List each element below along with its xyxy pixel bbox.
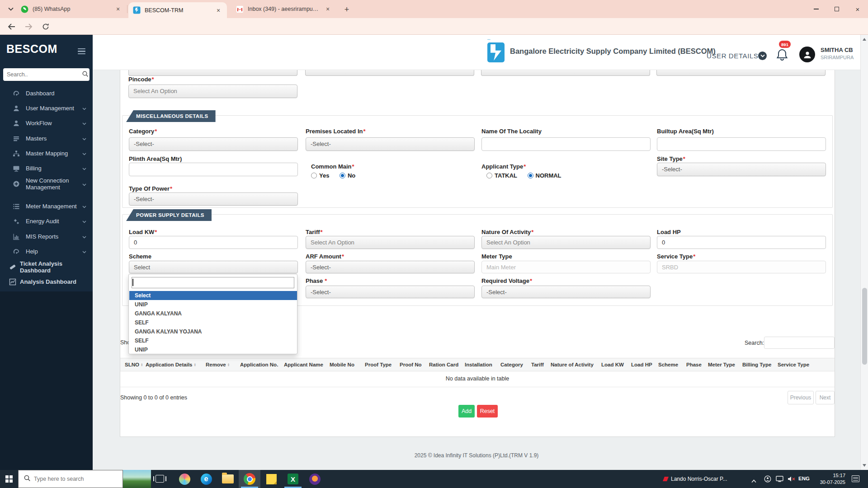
tab-whatsapp[interactable]: (85) WhatsApp × — [16, 0, 127, 18]
sidebar-item-dashboard[interactable]: Dashboard — [0, 86, 93, 101]
table-search-input[interactable] — [764, 337, 835, 349]
sidebar-item-workflow[interactable]: WorkFlow — [0, 116, 93, 131]
builtup-area-input[interactable] — [657, 137, 826, 151]
scheme-option[interactable]: Select — [129, 291, 297, 300]
sidebar-item-user-management[interactable]: User Management — [0, 101, 93, 116]
task-view-icon[interactable] — [156, 475, 164, 483]
user-details-menu[interactable]: USER DETAILS — [707, 52, 758, 60]
taskbar-app-explorer[interactable] — [217, 470, 239, 488]
site-type-select[interactable]: -Select- — [657, 163, 826, 176]
load-hp-input[interactable] — [657, 236, 826, 249]
tray-person-icon[interactable] — [764, 475, 771, 484]
truncated-select[interactable] — [128, 70, 297, 76]
column-header-application-details[interactable]: Application Details▲▼ — [146, 362, 206, 367]
sidebar-item-ticket-analysis-dashboard[interactable]: Ticket Analysis Dashboard — [0, 259, 93, 274]
premises-located-in-select[interactable]: -Select- — [306, 137, 475, 151]
sidebar-search[interactable] — [3, 68, 90, 81]
common-main-no-radio[interactable] — [340, 173, 345, 178]
truncated-select[interactable] — [305, 70, 474, 76]
taskbar-clock[interactable]: 15:17 30-07-2025 — [813, 472, 845, 486]
tray-expand-icon[interactable] — [751, 477, 756, 485]
sidebar-item-master-mapping[interactable]: Master Mapping — [0, 146, 93, 161]
action-center-icon[interactable] — [852, 475, 859, 482]
column-header[interactable]: Load KW — [601, 362, 631, 367]
truncated-select[interactable] — [656, 70, 826, 76]
scheme-option[interactable]: GANGA KALYAN YOJANA — [129, 327, 297, 336]
tariff-select[interactable]: Select An Option — [306, 236, 475, 249]
scheme-option[interactable]: GANGA KALYANA — [129, 309, 297, 318]
column-header[interactable]: Proof Type — [365, 362, 400, 367]
scheme-option[interactable]: UNIP — [129, 300, 297, 309]
taskbar-search-input[interactable] — [34, 476, 123, 482]
back-icon[interactable] — [5, 20, 18, 33]
common-main-yes-radio[interactable] — [311, 173, 317, 178]
sidebar-item-help[interactable]: Help — [0, 244, 93, 259]
reset-button[interactable]: Reset — [477, 405, 498, 418]
taskbar-app-paint[interactable] — [174, 470, 195, 488]
sidebar-item-mis-reports[interactable]: MIS Reports — [0, 229, 93, 244]
chevron-down-icon[interactable] — [758, 52, 767, 60]
column-header-remove[interactable]: Remove▲▼ — [206, 362, 240, 367]
scheme-select[interactable]: Select — [129, 261, 298, 273]
taskbar-search[interactable] — [18, 470, 123, 488]
load-kw-input[interactable] — [129, 236, 298, 249]
start-button[interactable] — [5, 475, 13, 483]
maximize-button[interactable] — [826, 0, 847, 18]
tab-gmail[interactable]: Inbox (349) - aeesrirampura@g × — [231, 0, 336, 18]
scheme-option[interactable]: SELF — [129, 318, 297, 327]
column-header[interactable]: Service Type — [778, 362, 805, 367]
locality-input[interactable] — [481, 137, 651, 151]
column-header[interactable]: Phase — [686, 362, 708, 367]
scheme-dropdown-search-input[interactable] — [132, 277, 294, 288]
sidebar-item-meter-management[interactable]: Meter Management — [0, 199, 93, 214]
column-header[interactable]: Proof No — [400, 362, 429, 367]
tab-bescom-trm[interactable]: BESCOM-TRM × — [128, 2, 227, 18]
taskbar-news-headline[interactable]: Lando Norris-Oscar P... — [671, 476, 743, 482]
forward-icon[interactable] — [22, 20, 35, 33]
weather-widget[interactable] — [123, 470, 151, 488]
taskbar-app-edge[interactable]: e — [195, 470, 217, 488]
column-header[interactable]: Nature of Activity — [551, 362, 601, 367]
arf-amount-select[interactable]: -Select- — [306, 261, 475, 273]
close-window-button[interactable]: × — [847, 0, 868, 18]
language-indicator[interactable]: ENG — [798, 476, 810, 481]
sidebar-item-energy-audit[interactable]: Energy Audit — [0, 214, 93, 229]
previous-page-button[interactable]: Previous — [788, 391, 814, 404]
column-header[interactable]: Ration Card — [429, 362, 465, 367]
column-header[interactable]: Application No. — [240, 362, 284, 367]
scroll-up-icon[interactable] — [863, 38, 866, 41]
scheme-option[interactable]: SELF — [129, 336, 297, 345]
tab-search-chevron-icon[interactable] — [5, 4, 17, 14]
column-header[interactable]: Mobile No — [330, 362, 365, 367]
sidebar-item-masters[interactable]: Masters — [0, 131, 93, 146]
scheme-option[interactable]: UNIP — [129, 345, 297, 354]
taskbar-app-stickynotes[interactable] — [260, 470, 282, 488]
taskbar-app-chrome[interactable] — [239, 470, 260, 488]
next-page-button[interactable]: Next — [816, 391, 835, 404]
tray-display-icon[interactable] — [776, 476, 783, 484]
new-tab-button[interactable]: + — [341, 4, 353, 15]
close-tab-icon[interactable]: × — [214, 6, 222, 14]
taskbar-app-purple[interactable] — [304, 470, 326, 488]
tray-volume-muted-icon[interactable] — [788, 475, 796, 484]
column-header[interactable]: Installation — [465, 362, 500, 367]
reload-icon[interactable] — [39, 20, 52, 33]
notifications-bell-icon[interactable] — [776, 48, 789, 63]
plinth-area-input[interactable] — [129, 163, 298, 176]
add-button[interactable]: Add — [458, 405, 475, 418]
close-tab-icon[interactable]: × — [324, 5, 332, 13]
column-header[interactable]: Category — [500, 362, 531, 367]
taskbar-app-excel[interactable]: X — [282, 470, 304, 488]
sidebar-item-analysis-dashboard[interactable]: Analysis Dashboard — [0, 274, 93, 289]
user-avatar[interactable] — [799, 47, 815, 62]
column-header[interactable]: Tariff — [531, 362, 551, 367]
column-header[interactable]: Meter Type — [708, 362, 742, 367]
page-scrollbar[interactable] — [860, 35, 868, 470]
applicant-type-normal-radio[interactable] — [528, 173, 533, 178]
search-icon[interactable] — [82, 70, 88, 79]
column-header[interactable]: Load HP — [631, 362, 658, 367]
column-header[interactable]: Applicant Name — [284, 362, 330, 367]
applicant-type-tatkal-radio[interactable] — [486, 173, 492, 178]
sidebar-toggle-icon[interactable] — [78, 48, 85, 54]
nature-of-activity-select[interactable]: Select An Option — [481, 236, 651, 249]
